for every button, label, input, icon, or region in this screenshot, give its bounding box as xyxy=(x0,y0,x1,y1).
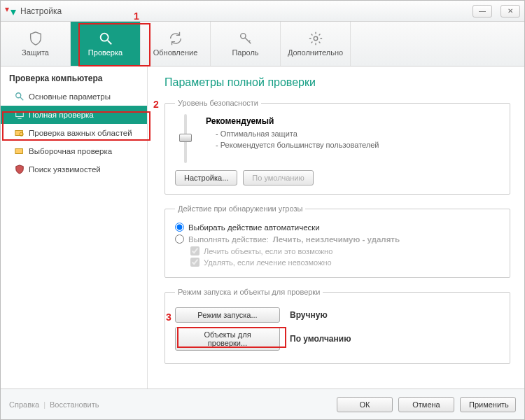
restore-link[interactable]: Восстановить xyxy=(50,400,99,409)
svg-line-7 xyxy=(20,97,23,100)
checkbox-label: Удалять, если лечение невозможно xyxy=(204,258,332,267)
computer-icon xyxy=(15,110,24,120)
ok-button[interactable]: ОК xyxy=(337,397,393,412)
shield-alert-icon xyxy=(15,164,24,174)
annotation-marker: 2 xyxy=(153,99,159,110)
titlebar: Настройка — ✕ xyxy=(1,1,524,22)
cancel-button[interactable]: Отмена xyxy=(398,397,454,412)
svg-point-6 xyxy=(16,93,21,98)
apply-button[interactable]: Применить xyxy=(460,397,516,412)
checkbox-input xyxy=(190,246,200,255)
action-radio-manual[interactable]: Выполнять действие: Лечить, неизлечимую … xyxy=(175,234,500,244)
sidebar-heading: Проверка компьютера xyxy=(9,74,147,83)
folder-search-icon xyxy=(15,128,24,138)
radio-label-value: Лечить, неизлечимую - удалять xyxy=(273,235,400,244)
tab-label: Обновление xyxy=(153,48,198,57)
svg-rect-8 xyxy=(16,112,24,117)
checkbox-input xyxy=(190,258,200,267)
tab-password[interactable]: Пароль xyxy=(211,22,281,66)
sidebar-item-label: Полная проверка xyxy=(29,111,94,119)
annotation-marker: 3 xyxy=(166,312,172,323)
svg-marker-1 xyxy=(10,10,16,15)
sidebar-item-label: Выборочная проверка xyxy=(29,147,112,155)
scan-objects-value: По умолчанию xyxy=(290,334,351,344)
window-buttons: — ✕ xyxy=(472,5,520,18)
tab-label: Проверка xyxy=(88,48,122,57)
radio-input[interactable] xyxy=(175,234,184,244)
security-slider[interactable] xyxy=(178,114,193,163)
svg-point-5 xyxy=(314,36,318,41)
magnifier-icon xyxy=(15,92,24,102)
refresh-icon xyxy=(168,31,183,46)
slider-thumb[interactable] xyxy=(179,134,192,142)
sidebar-item-label: Проверка важных областей xyxy=(29,129,132,137)
radio-label-prefix: Выполнять действие: xyxy=(188,235,269,244)
shield-icon xyxy=(28,31,43,46)
sidebar-item-vuln[interactable]: Поиск уязвимостей xyxy=(1,160,147,178)
checkbox-label: Лечить объекты, если это возможно xyxy=(204,247,332,255)
run-mode-button[interactable]: Режим запуска... xyxy=(175,307,280,323)
group-legend: Действие при обнаружении угрозы xyxy=(175,204,305,213)
gear-icon xyxy=(308,31,323,46)
key-icon xyxy=(238,31,253,46)
sidebar-item-fullscan[interactable]: Полная проверка xyxy=(1,106,147,124)
annotation-marker: 1 xyxy=(134,10,139,22)
svg-point-4 xyxy=(240,34,245,38)
security-bullet: - Рекомендуется большинству пользователе… xyxy=(216,141,379,149)
action-check-delete: Удалять, если лечение невозможно xyxy=(190,258,500,267)
content: Проверка компьютера Основные параметры П… xyxy=(1,66,524,388)
svg-marker-0 xyxy=(5,8,9,12)
security-description: Рекомендуемый - Оптимальная защита - Рек… xyxy=(206,114,379,149)
security-level-name: Рекомендуемый xyxy=(206,116,274,126)
security-default-button[interactable]: По умолчанию xyxy=(243,170,313,186)
sidebar-item-custom[interactable]: Выборочная проверка xyxy=(1,142,147,160)
minimize-button[interactable]: — xyxy=(472,5,492,18)
tab-protection[interactable]: Защита xyxy=(1,22,71,66)
close-button[interactable]: ✕ xyxy=(500,5,520,18)
kaspersky-logo-icon xyxy=(5,6,16,17)
window-title: Настройка xyxy=(20,6,62,16)
group-legend: Уровень безопасности xyxy=(175,99,261,107)
svg-line-3 xyxy=(107,41,111,45)
svg-rect-12 xyxy=(15,149,23,154)
threat-action-group: Действие при обнаружении угрозы Выбирать… xyxy=(164,204,510,278)
magnifier-icon xyxy=(98,31,113,46)
tab-scan[interactable]: Проверка xyxy=(71,22,141,66)
toolbar-tabs: Защита Проверка Обновление Пароль Дополн… xyxy=(1,22,524,66)
tab-update[interactable]: Обновление xyxy=(141,22,211,66)
sidebar: Проверка компьютера Основные параметры П… xyxy=(1,66,148,388)
folder-icon xyxy=(15,146,24,156)
tab-label: Дополнительно xyxy=(288,48,343,57)
divider: | xyxy=(43,400,46,409)
page-title: Параметры полной проверки xyxy=(164,76,510,89)
security-bullet: - Оптимальная защита xyxy=(216,130,379,138)
security-level-group: Уровень безопасности Рекомендуемый - Опт… xyxy=(164,99,510,195)
run-mode-value: Вручную xyxy=(290,310,328,320)
action-check-cure: Лечить объекты, если это возможно xyxy=(190,246,500,255)
sidebar-item-label: Основные параметры xyxy=(29,92,111,101)
sidebar-item-critical[interactable]: Проверка важных областей xyxy=(1,124,147,142)
run-mode-group: Режим запуска и объекты для проверки Реж… xyxy=(164,288,510,364)
sidebar-item-basic[interactable]: Основные параметры xyxy=(1,88,147,106)
radio-input[interactable] xyxy=(175,223,184,232)
action-radio-auto[interactable]: Выбирать действие автоматически xyxy=(175,223,500,232)
scan-objects-button[interactable]: Объекты для проверки... xyxy=(175,327,280,351)
footer: Справка | Восстановить ОК Отмена Примени… xyxy=(1,388,524,419)
tab-label: Пароль xyxy=(232,48,258,57)
radio-label: Выбирать действие автоматически xyxy=(188,223,320,232)
group-legend: Режим запуска и объекты для проверки xyxy=(175,288,323,296)
settings-window: Настройка — ✕ Защита Проверка Обновление… xyxy=(0,0,525,420)
svg-rect-10 xyxy=(15,131,23,136)
svg-point-2 xyxy=(100,34,108,41)
help-link[interactable]: Справка xyxy=(9,400,39,409)
tab-label: Защита xyxy=(22,48,49,57)
tab-advanced[interactable]: Дополнительно xyxy=(281,22,351,66)
sidebar-item-label: Поиск уязвимостей xyxy=(29,165,101,174)
security-settings-button[interactable]: Настройка... xyxy=(175,170,237,186)
main-panel: Параметры полной проверки Уровень безопа… xyxy=(148,66,524,388)
